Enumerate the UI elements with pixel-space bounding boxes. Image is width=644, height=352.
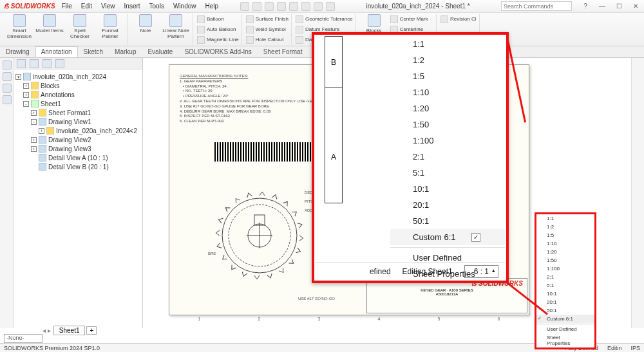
scale-option[interactable]: 2:1 xyxy=(536,273,594,281)
scale-user-defined[interactable]: User Defined xyxy=(536,325,594,333)
scale-option[interactable]: 20:1 xyxy=(536,298,594,306)
dim-tab-icon[interactable] xyxy=(55,59,64,68)
tree-blocks[interactable]: +Blocks xyxy=(23,81,141,90)
scale-option[interactable]: 5:1 xyxy=(390,165,505,181)
blocks-button[interactable]: Blocks xyxy=(360,14,388,34)
print-icon[interactable] xyxy=(289,2,298,11)
tab-evaluate[interactable]: Evaluate xyxy=(142,46,178,57)
rail-icon[interactable] xyxy=(3,60,12,69)
new-icon[interactable] xyxy=(252,2,261,11)
maximize-icon[interactable]: ☐ xyxy=(611,1,627,12)
scale-option[interactable]: 10:1 xyxy=(390,181,505,197)
undo-icon[interactable] xyxy=(301,2,310,11)
scale-option[interactable]: 50:1 xyxy=(390,213,505,229)
minimize-icon[interactable]: — xyxy=(594,1,611,12)
tab-sheet-format[interactable]: Sheet Format xyxy=(258,46,308,57)
tree-drawing-view3[interactable]: +Drawing View3 xyxy=(31,144,141,153)
scale-option[interactable]: 1:20 xyxy=(390,100,505,116)
rebuild-icon[interactable] xyxy=(314,2,323,11)
rail-icon[interactable] xyxy=(3,95,12,104)
menu-file[interactable]: File xyxy=(62,3,72,10)
tree-detail-a[interactable]: Detail View A (10 : 1) xyxy=(31,153,141,162)
spell-checker-button[interactable]: Spell Checker xyxy=(66,14,94,40)
home-icon[interactable] xyxy=(240,2,249,11)
save-icon[interactable] xyxy=(277,2,286,11)
scale-option[interactable]: 10:1 xyxy=(536,290,594,298)
menu-edit[interactable]: Edit xyxy=(81,3,92,10)
revision-cloud-button[interactable]: Revision Cl xyxy=(440,14,476,24)
tab-markup[interactable]: Markup xyxy=(109,46,142,57)
balloon-button[interactable]: Balloon xyxy=(197,14,239,24)
scale-option[interactable]: 1:1 xyxy=(536,214,594,223)
smart-dimension-button[interactable]: Smart Dimension xyxy=(5,14,33,40)
menu-view[interactable]: View xyxy=(101,3,115,10)
scale-option[interactable]: 1:5 xyxy=(536,231,594,239)
scale-option[interactable]: 1:100 xyxy=(390,133,505,149)
sheet1-tab[interactable]: Sheet1 xyxy=(53,326,86,335)
tree-detail-b[interactable]: Detail View B (20 : 1) xyxy=(31,162,141,171)
tree-drawing-view1[interactable]: -Drawing View1 xyxy=(31,117,141,126)
rail-icon[interactable] xyxy=(3,84,12,93)
hole-callout-button[interactable]: Hole Callout xyxy=(246,35,289,44)
linear-note-pattern-button[interactable]: Linear Note Pattern xyxy=(162,14,190,40)
tab-drawing[interactable]: Drawing xyxy=(0,46,35,57)
magnetic-line-button[interactable]: Magnetic Line xyxy=(197,35,239,44)
open-icon[interactable] xyxy=(265,2,274,11)
note-button[interactable]: Note xyxy=(131,14,160,34)
defined-fragment: efined xyxy=(370,267,391,276)
tab-annotation[interactable]: Annotation xyxy=(35,46,78,57)
tab-sketch[interactable]: Sketch xyxy=(78,46,109,57)
model-items-button[interactable]: Model Items xyxy=(35,14,64,34)
status-bar-zoom: efined Editing Sheet1 6 : 1 xyxy=(316,263,505,279)
tree-annotations[interactable]: +Annotations xyxy=(23,90,141,99)
scale-option[interactable]: 1:2 xyxy=(390,52,505,68)
status-units[interactable]: IPS xyxy=(630,345,640,351)
fm-tab-icon[interactable] xyxy=(17,59,26,68)
scale-option[interactable]: 1:2 xyxy=(536,223,594,231)
add-sheet-icon[interactable]: + xyxy=(86,326,97,335)
search-commands-input[interactable] xyxy=(501,1,572,11)
close-icon[interactable]: ✕ xyxy=(627,1,644,12)
tree-sheet1[interactable]: -Sheet1 xyxy=(23,99,141,108)
scale-option[interactable]: 20:1 xyxy=(390,197,505,213)
tree-root[interactable]: ▾involute_020a_inch_2024 xyxy=(15,72,141,81)
scale-option[interactable]: 1:20 xyxy=(536,248,594,256)
scale-option[interactable]: 1:50 xyxy=(390,116,505,133)
scale-option[interactable]: 1:100 xyxy=(536,264,594,273)
layer-combo[interactable]: -None- xyxy=(4,334,43,343)
scale-option[interactable]: 5:1 xyxy=(536,281,594,290)
surface-finish-button[interactable]: Surface Finish xyxy=(246,14,289,24)
menu-help[interactable]: Help xyxy=(205,3,219,10)
scale-option[interactable]: 1:50 xyxy=(536,256,594,264)
prop-tab-icon[interactable] xyxy=(30,59,39,68)
auto-balloon-button[interactable]: Auto Balloon xyxy=(197,24,239,34)
options-icon[interactable] xyxy=(326,2,335,11)
format-painter-button[interactable]: Format Painter xyxy=(96,14,124,40)
quick-access-toolbar xyxy=(240,2,335,11)
scale-combobox[interactable]: 6 : 1 xyxy=(464,265,498,278)
config-tab-icon[interactable] xyxy=(43,59,52,68)
scale-option-custom[interactable]: ✓ Custom 6:1 xyxy=(390,229,505,245)
check-icon: ✓ xyxy=(471,233,480,242)
scale-option[interactable]: 1:10 xyxy=(536,239,594,248)
scale-sheet-properties[interactable]: Sheet Properties xyxy=(536,333,594,347)
scale-option[interactable]: 1:1 xyxy=(390,36,505,52)
tree-sheet-format[interactable]: +Sheet Format1 xyxy=(31,108,141,117)
barcode-graphic xyxy=(214,142,317,162)
menu-window[interactable]: Window xyxy=(173,3,196,10)
center-mark-button[interactable]: Center Mark xyxy=(390,14,433,24)
scale-option[interactable]: 1:10 xyxy=(390,84,505,100)
scale-dropdown-original: 1:1 1:2 1:5 1:10 1:20 1:50 1:100 2:1 5:1… xyxy=(535,212,596,349)
scale-option[interactable]: 2:1 xyxy=(390,149,505,165)
tree-drawing-view2[interactable]: +Drawing View2 xyxy=(31,135,141,144)
menu-tools[interactable]: Tools xyxy=(149,3,164,10)
scale-option-custom[interactable]: Custom 6:1 xyxy=(536,315,594,323)
menu-insert[interactable]: Insert xyxy=(124,3,140,10)
scale-option[interactable]: 1:5 xyxy=(390,68,505,84)
geometric-tolerance-button[interactable]: Geometric Tolerance xyxy=(296,14,353,24)
weld-symbol-button[interactable]: Weld Symbol xyxy=(246,24,289,34)
tab-sw-addins[interactable]: SOLIDWORKS Add-Ins xyxy=(178,46,257,57)
tree-dv1-child[interactable]: +Involute_020a_inch_2024<2 xyxy=(39,126,141,135)
rail-icon[interactable] xyxy=(3,72,12,81)
help-icon[interactable]: ? xyxy=(577,1,594,12)
